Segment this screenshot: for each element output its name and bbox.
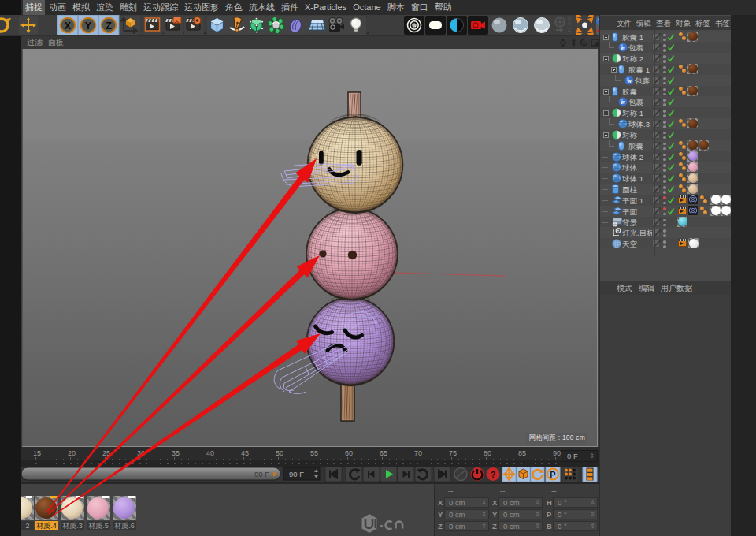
svg-text:Z: Z [106, 20, 112, 32]
svg-text:P: P [550, 470, 555, 479]
svg-text:X: X [65, 20, 72, 32]
svg-text:w: w [620, 45, 625, 50]
svg-text:90 F: 90 F [254, 470, 269, 478]
svg-text:w: w [620, 99, 625, 105]
svg-text:w: w [626, 78, 632, 84]
svg-text:?: ? [491, 470, 496, 479]
svg-text:90 F: 90 F [289, 470, 304, 478]
svg-text:Z: Z [568, 27, 571, 32]
svg-text:Y: Y [85, 20, 92, 32]
